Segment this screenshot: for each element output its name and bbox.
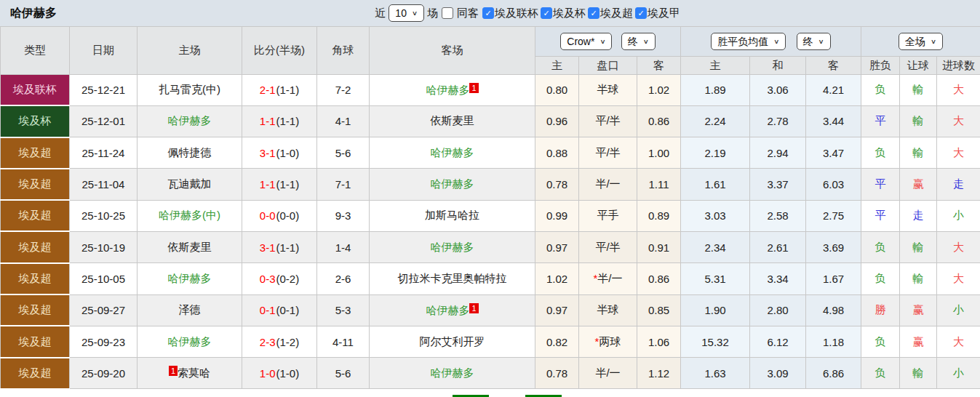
odds-source-select[interactable]: Crow* ∨: [560, 33, 612, 50]
cell-date: 25-12-21: [70, 75, 138, 106]
cell-home-team: 依斯麦里: [138, 231, 242, 262]
cell-result-goals: 小: [937, 200, 980, 231]
cell-result-wdl: 负: [861, 75, 900, 106]
col-header-type: 类型: [1, 27, 70, 75]
cell-home-team: 哈伊赫多: [138, 263, 242, 294]
col-header-home: 主场: [138, 27, 242, 75]
cell-corners: 7-2: [317, 75, 370, 106]
avg-type-value: 胜平负均值: [717, 35, 768, 48]
match-count-value: 10: [395, 7, 407, 20]
col-header-date: 日期: [70, 27, 138, 75]
same-away-checkbox[interactable]: [442, 7, 453, 19]
cell-league: 埃及超: [1, 294, 70, 326]
cell-date: 25-10-05: [70, 263, 138, 294]
cell-result-wdl: 平: [861, 105, 900, 137]
cell-handicap: 平/半: [579, 231, 637, 262]
table-row: 埃及超25-10-25哈伊赫多(中)0-0(0-0)9-3加斯马哈拉0.99平手…: [1, 200, 980, 231]
cell-avg-lose: 2.75: [806, 200, 861, 231]
col-header-handicap: 盘口: [579, 57, 637, 75]
top-bar: 哈伊赫多 近 10 ∨ 场 同客 埃及联杯埃及杯埃及超埃及甲: [0, 0, 980, 26]
avg-time-select[interactable]: 终 ∨: [797, 33, 831, 50]
goal-badge: 1: [469, 303, 478, 313]
cell-odds-home: 0.99: [535, 200, 579, 231]
cell-avg-win: 15.32: [681, 326, 750, 357]
scope-select[interactable]: 全场 ∨: [899, 33, 943, 50]
cell-result-wdl: 负: [861, 358, 900, 389]
cell-score: 3-1(1-1): [242, 231, 317, 262]
odds-select-group: Crow* ∨ 终 ∨: [535, 27, 681, 57]
cell-handicap: 半球: [579, 75, 637, 106]
cell-handicap: 半/一: [579, 169, 637, 200]
league-filter-checkbox-2[interactable]: [588, 7, 599, 19]
cell-avg-win: 2.19: [681, 137, 750, 169]
cell-result-goals: 小: [937, 294, 980, 326]
league-filter-group: 埃及联杯埃及杯埃及超埃及甲: [482, 7, 680, 20]
league-filter-checkbox-0[interactable]: [482, 7, 494, 19]
col-header-avg-draw: 和: [750, 57, 806, 75]
league-filter-checkbox-3[interactable]: [635, 7, 647, 19]
cell-result-handicap: 輸: [900, 75, 937, 106]
cell-result-handicap: 赢: [900, 326, 937, 357]
cell-score: 1-1(1-1): [242, 105, 317, 137]
cell-score: 2-1(1-1): [242, 75, 317, 106]
cell-score: 1-0(1-0): [242, 358, 317, 389]
cell-result-wdl: 平: [861, 169, 900, 200]
cell-avg-draw: 2.58: [750, 200, 806, 231]
cell-away-team: 哈伊赫多1: [370, 294, 535, 326]
cell-date: 25-10-19: [70, 231, 138, 262]
odds-time-select[interactable]: 终 ∨: [621, 33, 656, 50]
cell-avg-lose: 6.03: [806, 169, 861, 200]
cell-avg-win: 3.03: [681, 200, 750, 231]
cell-handicap: *两球: [579, 326, 637, 357]
goal-badge: 1: [169, 366, 178, 376]
cell-result-handicap: 赢: [900, 169, 937, 200]
cell-avg-draw: 3.34: [750, 263, 806, 294]
cell-avg-win: 1.89: [681, 75, 750, 106]
cell-league: 埃及超: [1, 169, 70, 200]
cell-corners: 4-1: [317, 105, 370, 137]
cell-home-team: 扎马雷克(中): [138, 75, 242, 106]
table-row: 埃及超25-10-19依斯麦里3-1(1-1)1-4哈伊赫多0.97平/半0.9…: [1, 231, 980, 262]
cell-odds-home: 1.02: [535, 263, 579, 294]
cell-result-handicap: 輸: [900, 105, 937, 137]
league-filter-checkbox-1[interactable]: [541, 7, 552, 19]
cell-odds-away: 0.85: [637, 294, 681, 326]
cell-league: 埃及超: [1, 231, 70, 262]
cell-handicap: 半/一: [579, 358, 637, 389]
cell-result-handicap: 輸: [900, 358, 937, 389]
cell-avg-win: 1.61: [681, 169, 750, 200]
chevron-down-icon: ∨: [818, 36, 824, 47]
table-row: 埃及超25-11-04瓦迪戴加1-1(1-1)7-1哈伊赫多0.78半/一1.1…: [1, 169, 980, 200]
cell-result-wdl: 负: [861, 231, 900, 262]
cell-home-team: 佩特捷德: [138, 137, 242, 169]
cell-handicap: 半球: [579, 294, 637, 326]
table-row: 埃及杯25-12-01哈伊赫多1-1(1-1)4-1依斯麦里0.96平/半0.8…: [1, 105, 980, 137]
cell-odds-home: 0.96: [535, 105, 579, 137]
cell-odds-away: 0.86: [637, 263, 681, 294]
cell-avg-lose: 3.47: [806, 137, 861, 169]
avg-type-select[interactable]: 胜平负均值 ∨: [711, 33, 786, 50]
odds-time-value: 终: [628, 35, 638, 48]
cell-avg-win: 1.63: [681, 358, 750, 389]
cell-date: 25-10-25: [70, 200, 138, 231]
cell-odds-home: 0.80: [535, 75, 579, 106]
cell-result-goals: 大: [937, 105, 980, 137]
cell-score: 3-1(1-0): [242, 137, 317, 169]
cell-avg-lose: 1.67: [806, 263, 861, 294]
cell-avg-win: 2.34: [681, 231, 750, 262]
cell-avg-draw: 2.94: [750, 137, 806, 169]
cell-avg-lose: 4.98: [806, 294, 861, 326]
cell-home-team: 瓦迪戴加: [138, 169, 242, 200]
col-header-result-handicap: 让球: [900, 57, 937, 75]
cell-odds-away: 1.12: [637, 358, 681, 389]
table-row: 埃及超25-09-27泽德0-1(0-1)5-3哈伊赫多10.97半球0.851…: [1, 294, 980, 326]
cell-avg-lose: 3.44: [806, 105, 861, 137]
cell-avg-lose: 1.18: [806, 326, 861, 357]
cell-corners: 5-6: [317, 358, 370, 389]
table-row: 埃及超25-10-05哈伊赫多0-3(0-2)2-6切拉米卡克里奥帕特拉1.02…: [1, 263, 980, 294]
cell-away-team: 哈伊赫多: [370, 137, 535, 169]
table-row: 埃及联杯25-12-21扎马雷克(中)2-1(1-1)7-2哈伊赫多10.80半…: [1, 75, 980, 106]
cell-result-wdl: 平: [861, 200, 900, 231]
match-count-select[interactable]: 10 ∨: [389, 4, 424, 22]
col-header-result-wdl: 胜负: [861, 57, 900, 75]
